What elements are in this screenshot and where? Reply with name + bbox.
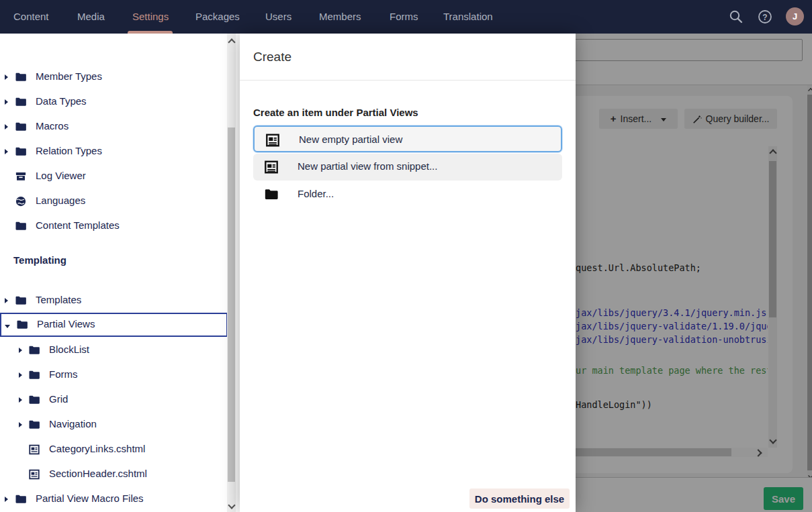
tree-item-label: Forms [49,368,78,380]
option-label: New partial view from snippet... [298,160,437,172]
tree-item-label: Relation Types [36,145,102,156]
folder-icon [28,419,40,431]
nav-item-members[interactable]: Members [319,0,361,34]
nav-item-content[interactable]: Content [13,0,49,34]
folder-icon [15,71,27,83]
tree-item-label: Navigation [49,418,97,429]
tree-item-label: BlockList [49,344,89,355]
sidebar-item-forms[interactable]: Forms [0,363,228,387]
user-avatar[interactable]: J [786,7,804,25]
partial-view-document-icon [28,468,40,480]
sidebar-item-sectionheader[interactable]: SectionHeader.cshtml [0,462,228,487]
do-something-else-button[interactable]: Do something else [469,489,570,509]
tree-item-label: Partial View Macro Files [36,493,144,504]
option-new-empty-partial-view[interactable]: New empty partial view [253,125,562,152]
search-icon[interactable] [729,9,743,24]
option-folder[interactable]: Folder... [253,181,562,208]
top-navigation-bar: Content Media Settings Packages Users Me… [0,0,812,34]
partial-view-document-icon [264,160,279,174]
chevron-right-icon[interactable] [5,74,8,80]
sidebar-item-grid[interactable]: Grid [0,388,228,412]
chevron-right-icon[interactable] [19,348,22,353]
chevron-right-icon[interactable] [19,422,22,427]
folder-icon [28,394,40,406]
sidebar-scrollbar-thumb[interactable] [228,127,235,482]
sidebar-scrollbar[interactable] [227,34,236,512]
scroll-up-icon[interactable] [228,38,235,46]
sidebar-item-partial-view-macro-files[interactable]: Partial View Macro Files [0,487,228,511]
nav-item-translation[interactable]: Translation [443,0,493,34]
nav-item-packages[interactable]: Packages [195,0,240,34]
chevron-down-icon[interactable] [5,325,10,328]
sidebar-item-templates[interactable]: Templates [0,289,228,313]
option-label: Folder... [298,188,334,199]
tree-item-label: Templates [36,294,81,305]
dialog-subtitle: Create an item under Partial Views [253,107,418,118]
partial-view-document-icon [28,444,40,456]
tree-item-label: Grid [49,393,68,405]
tree-item-label: Languages [36,195,85,206]
tree-item-label: Partial Views [37,318,95,329]
sidebar-item-member-types[interactable]: Member Types [0,65,228,89]
folder-icon [15,121,27,133]
archive-box-icon [15,170,27,183]
create-dialog: Create Create an item under Partial View… [240,34,576,512]
chevron-right-icon[interactable] [5,99,8,105]
folder-icon [16,319,28,331]
folder-icon [15,146,27,158]
sidebar-item-macros[interactable]: Macros [0,115,228,139]
dialog-title: Create [253,50,291,64]
tree-section-heading: Templating [13,254,66,266]
sidebar-item-log-viewer[interactable]: Log Viewer [0,164,228,189]
chevron-right-icon[interactable] [5,497,8,502]
sidebar-item-navigation[interactable]: Navigation [0,413,228,437]
help-icon[interactable]: ? [758,9,772,24]
globe-icon [15,195,27,207]
tree-item-label: SectionHeader.cshtml [49,468,147,479]
folder-icon [15,96,27,108]
tree-item-label: Content Templates [36,219,120,231]
sidebar-item-data-types[interactable]: Data Types [0,90,228,114]
nav-item-forms[interactable]: Forms [390,0,418,34]
folder-icon [28,369,40,381]
tree-item-label: Member Types [36,70,102,82]
folder-icon [264,187,279,202]
nav-item-settings[interactable]: Settings [132,0,169,34]
svg-text:?: ? [762,13,767,22]
folder-icon [15,493,27,505]
sidebar-item-partial-views[interactable]: Partial Views [0,313,228,337]
divider [240,80,576,81]
tree-item-label: Macros [36,120,69,132]
tree-item-label: Log Viewer [36,170,86,181]
tree-item-label: Data Types [36,95,87,107]
settings-tree-sidebar: Member Types Data Types Macros Relation … [0,34,240,512]
sidebar-item-content-templates[interactable]: Content Templates [0,214,228,238]
chevron-right-icon[interactable] [19,372,22,378]
folder-icon [15,295,27,307]
folder-icon [28,344,40,356]
scroll-down-icon[interactable] [228,501,235,509]
app-window: Content Media Settings Packages Users Me… [0,0,812,512]
tree-item-label: CategoryLinks.cshtml [49,443,145,454]
partial-view-document-icon [265,133,280,148]
sidebar-item-categorylinks[interactable]: CategoryLinks.cshtml [0,438,228,462]
option-new-partial-view-from-snippet[interactable]: New partial view from snippet... [253,154,562,181]
sidebar-item-blocklist[interactable]: BlockList [0,338,228,362]
nav-item-users[interactable]: Users [265,0,291,34]
option-label: New empty partial view [299,134,402,145]
folder-icon [15,220,27,232]
nav-item-media[interactable]: Media [77,0,105,34]
chevron-right-icon[interactable] [5,124,8,130]
sidebar-item-relation-types[interactable]: Relation Types [0,140,228,164]
chevron-right-icon[interactable] [19,397,22,403]
chevron-right-icon[interactable] [5,298,8,303]
chevron-right-icon[interactable] [5,149,8,154]
sidebar-item-languages[interactable]: Languages [0,189,228,213]
